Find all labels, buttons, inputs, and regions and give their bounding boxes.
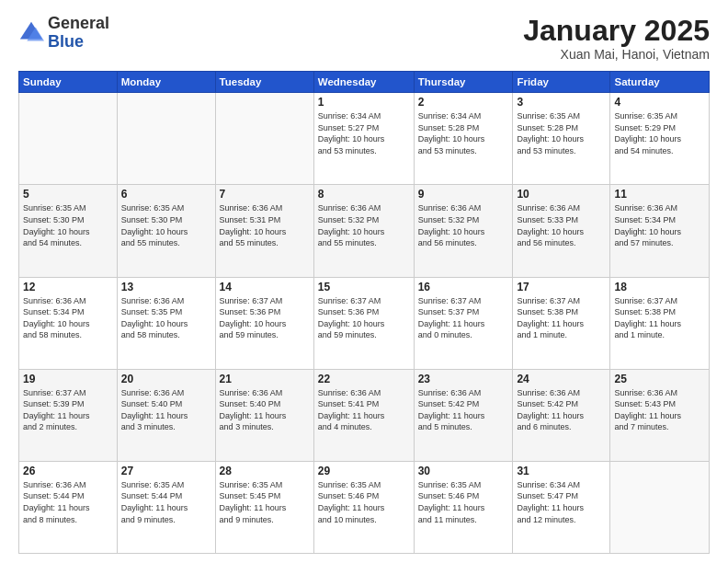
week-row-1: 1Sunrise: 6:34 AM Sunset: 5:27 PM Daylig… bbox=[19, 93, 710, 185]
week-row-5: 26Sunrise: 6:36 AM Sunset: 5:44 PM Dayli… bbox=[19, 461, 710, 553]
day-info: Sunrise: 6:35 AM Sunset: 5:46 PM Dayligh… bbox=[418, 479, 509, 525]
day-cell: 15Sunrise: 6:37 AM Sunset: 5:36 PM Dayli… bbox=[313, 277, 414, 369]
day-info: Sunrise: 6:35 AM Sunset: 5:45 PM Dayligh… bbox=[220, 479, 310, 525]
day-cell: 16Sunrise: 6:37 AM Sunset: 5:37 PM Dayli… bbox=[414, 277, 513, 369]
day-cell: 11Sunrise: 6:36 AM Sunset: 5:34 PM Dayli… bbox=[610, 185, 710, 277]
title-block: January 2025 Xuan Mai, Hanoi, Vietnam bbox=[523, 15, 710, 62]
day-cell: 27Sunrise: 6:35 AM Sunset: 5:44 PM Dayli… bbox=[117, 461, 215, 553]
day-info: Sunrise: 6:35 AM Sunset: 5:30 PM Dayligh… bbox=[121, 202, 211, 248]
day-number: 2 bbox=[418, 96, 509, 109]
header-cell-sunday: Sunday bbox=[19, 72, 118, 93]
day-cell: 4Sunrise: 6:35 AM Sunset: 5:29 PM Daylig… bbox=[610, 93, 710, 185]
day-info: Sunrise: 6:36 AM Sunset: 5:31 PM Dayligh… bbox=[220, 202, 310, 248]
day-number: 12 bbox=[23, 281, 113, 293]
day-info: Sunrise: 6:36 AM Sunset: 5:32 PM Dayligh… bbox=[418, 202, 509, 248]
day-number: 18 bbox=[614, 281, 705, 293]
day-cell: 28Sunrise: 6:35 AM Sunset: 5:45 PM Dayli… bbox=[215, 461, 313, 553]
day-cell bbox=[19, 93, 118, 185]
day-cell: 19Sunrise: 6:37 AM Sunset: 5:39 PM Dayli… bbox=[19, 369, 118, 461]
day-cell: 8Sunrise: 6:36 AM Sunset: 5:32 PM Daylig… bbox=[313, 185, 414, 277]
day-info: Sunrise: 6:37 AM Sunset: 5:38 PM Dayligh… bbox=[517, 295, 606, 341]
header-cell-thursday: Thursday bbox=[414, 72, 513, 93]
day-cell: 26Sunrise: 6:36 AM Sunset: 5:44 PM Dayli… bbox=[19, 461, 118, 553]
day-number: 23 bbox=[418, 373, 509, 385]
day-number: 10 bbox=[517, 188, 606, 201]
day-cell: 7Sunrise: 6:36 AM Sunset: 5:31 PM Daylig… bbox=[215, 185, 313, 277]
day-info: Sunrise: 6:35 AM Sunset: 5:28 PM Dayligh… bbox=[517, 110, 606, 156]
day-number: 22 bbox=[318, 373, 410, 385]
day-number: 1 bbox=[318, 96, 410, 109]
day-number: 27 bbox=[121, 465, 211, 477]
header-row: SundayMondayTuesdayWednesdayThursdayFrid… bbox=[19, 72, 710, 93]
header-cell-tuesday: Tuesday bbox=[215, 72, 313, 93]
day-info: Sunrise: 6:36 AM Sunset: 5:44 PM Dayligh… bbox=[23, 479, 113, 525]
day-info: Sunrise: 6:36 AM Sunset: 5:40 PM Dayligh… bbox=[220, 387, 310, 433]
day-info: Sunrise: 6:34 AM Sunset: 5:27 PM Dayligh… bbox=[318, 110, 410, 156]
day-info: Sunrise: 6:34 AM Sunset: 5:28 PM Dayligh… bbox=[418, 110, 509, 156]
logo: General Blue bbox=[18, 15, 109, 52]
day-number: 5 bbox=[23, 188, 113, 201]
day-number: 8 bbox=[318, 188, 410, 201]
day-cell: 2Sunrise: 6:34 AM Sunset: 5:28 PM Daylig… bbox=[414, 93, 513, 185]
day-number: 30 bbox=[418, 465, 509, 477]
day-number: 25 bbox=[614, 373, 705, 385]
day-number: 14 bbox=[220, 281, 310, 293]
header-cell-friday: Friday bbox=[513, 72, 610, 93]
day-number: 29 bbox=[318, 465, 410, 477]
header-cell-monday: Monday bbox=[117, 72, 215, 93]
day-info: Sunrise: 6:36 AM Sunset: 5:43 PM Dayligh… bbox=[614, 387, 705, 433]
day-cell: 13Sunrise: 6:36 AM Sunset: 5:35 PM Dayli… bbox=[117, 277, 215, 369]
day-info: Sunrise: 6:37 AM Sunset: 5:39 PM Dayligh… bbox=[23, 387, 113, 433]
day-cell: 6Sunrise: 6:35 AM Sunset: 5:30 PM Daylig… bbox=[117, 185, 215, 277]
day-cell: 31Sunrise: 6:34 AM Sunset: 5:47 PM Dayli… bbox=[513, 461, 610, 553]
day-info: Sunrise: 6:35 AM Sunset: 5:46 PM Dayligh… bbox=[318, 479, 410, 525]
day-cell: 21Sunrise: 6:36 AM Sunset: 5:40 PM Dayli… bbox=[215, 369, 313, 461]
header-cell-wednesday: Wednesday bbox=[313, 72, 414, 93]
day-cell: 22Sunrise: 6:36 AM Sunset: 5:41 PM Dayli… bbox=[313, 369, 414, 461]
day-cell: 14Sunrise: 6:37 AM Sunset: 5:36 PM Dayli… bbox=[215, 277, 313, 369]
header: General Blue January 2025 Xuan Mai, Hano… bbox=[18, 15, 710, 62]
day-cell: 23Sunrise: 6:36 AM Sunset: 5:42 PM Dayli… bbox=[414, 369, 513, 461]
week-row-3: 12Sunrise: 6:36 AM Sunset: 5:34 PM Dayli… bbox=[19, 277, 710, 369]
day-number: 16 bbox=[418, 281, 509, 293]
day-number: 4 bbox=[614, 96, 705, 109]
day-cell: 3Sunrise: 6:35 AM Sunset: 5:28 PM Daylig… bbox=[513, 93, 610, 185]
day-number: 21 bbox=[220, 373, 310, 385]
day-info: Sunrise: 6:36 AM Sunset: 5:35 PM Dayligh… bbox=[121, 295, 211, 341]
day-cell: 12Sunrise: 6:36 AM Sunset: 5:34 PM Dayli… bbox=[19, 277, 118, 369]
week-row-2: 5Sunrise: 6:35 AM Sunset: 5:30 PM Daylig… bbox=[19, 185, 710, 277]
day-info: Sunrise: 6:36 AM Sunset: 5:40 PM Dayligh… bbox=[121, 387, 211, 433]
calendar-title: January 2025 bbox=[523, 15, 710, 47]
day-info: Sunrise: 6:37 AM Sunset: 5:37 PM Dayligh… bbox=[418, 295, 509, 341]
day-info: Sunrise: 6:36 AM Sunset: 5:34 PM Dayligh… bbox=[614, 202, 705, 248]
day-number: 7 bbox=[220, 188, 310, 201]
day-number: 9 bbox=[418, 188, 509, 201]
page: General Blue January 2025 Xuan Mai, Hano… bbox=[0, 0, 728, 563]
day-number: 26 bbox=[23, 465, 113, 477]
logo-text: General Blue bbox=[48, 15, 109, 52]
calendar-subtitle: Xuan Mai, Hanoi, Vietnam bbox=[523, 47, 710, 62]
day-info: Sunrise: 6:36 AM Sunset: 5:32 PM Dayligh… bbox=[318, 202, 410, 248]
day-info: Sunrise: 6:37 AM Sunset: 5:36 PM Dayligh… bbox=[220, 295, 310, 341]
day-info: Sunrise: 6:36 AM Sunset: 5:33 PM Dayligh… bbox=[517, 202, 606, 248]
day-info: Sunrise: 6:35 AM Sunset: 5:44 PM Dayligh… bbox=[121, 479, 211, 525]
day-cell: 9Sunrise: 6:36 AM Sunset: 5:32 PM Daylig… bbox=[414, 185, 513, 277]
day-cell bbox=[215, 93, 313, 185]
day-cell: 20Sunrise: 6:36 AM Sunset: 5:40 PM Dayli… bbox=[117, 369, 215, 461]
day-number: 24 bbox=[517, 373, 606, 385]
day-number: 6 bbox=[121, 188, 211, 201]
day-number: 31 bbox=[517, 465, 606, 477]
day-number: 28 bbox=[220, 465, 310, 477]
day-number: 15 bbox=[318, 281, 410, 293]
day-info: Sunrise: 6:35 AM Sunset: 5:30 PM Dayligh… bbox=[23, 202, 113, 248]
logo-general: General bbox=[48, 14, 109, 32]
day-number: 3 bbox=[517, 96, 606, 109]
day-cell: 29Sunrise: 6:35 AM Sunset: 5:46 PM Dayli… bbox=[313, 461, 414, 553]
day-number: 11 bbox=[614, 188, 705, 201]
day-number: 20 bbox=[121, 373, 211, 385]
week-row-4: 19Sunrise: 6:37 AM Sunset: 5:39 PM Dayli… bbox=[19, 369, 710, 461]
day-number: 19 bbox=[23, 373, 113, 385]
day-cell: 25Sunrise: 6:36 AM Sunset: 5:43 PM Dayli… bbox=[610, 369, 710, 461]
day-cell: 10Sunrise: 6:36 AM Sunset: 5:33 PM Dayli… bbox=[513, 185, 610, 277]
logo-blue: Blue bbox=[48, 32, 84, 51]
